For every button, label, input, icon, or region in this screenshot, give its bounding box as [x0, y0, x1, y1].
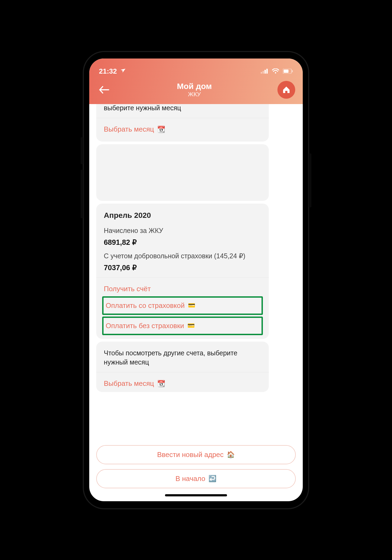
svg-rect-0: [261, 72, 262, 74]
header-title-wrap: Мой дом ЖКУ: [177, 82, 212, 98]
phone-side-button: [81, 170, 83, 218]
message-bubble: выберите нужный месяц Выбрать месяц 📆: [96, 104, 269, 142]
message-bubble: Чтобы посмотреть другие счета, выберите …: [96, 342, 269, 392]
home-indicator: [165, 494, 227, 496]
pay-without-insurance-label: Оплатить без страховки: [106, 322, 184, 330]
pay-with-insurance-button[interactable]: Оплатить со страховкой 💳: [102, 296, 263, 315]
svg-point-4: [275, 72, 276, 74]
app-screen: 21:32: [89, 59, 303, 501]
get-bill-button[interactable]: Получить счёт: [104, 283, 261, 295]
home-icon: [281, 85, 291, 95]
chat-area: выберите нужный месяц Выбрать месяц 📆 Ап…: [89, 104, 303, 440]
status-right: [261, 68, 293, 74]
calendar-icon: 📆: [157, 380, 165, 387]
select-month-button[interactable]: Выбрать месяц 📆: [104, 378, 261, 389]
card-icon: 💳: [188, 302, 195, 309]
return-icon: ↩️: [208, 475, 216, 482]
select-month-button[interactable]: Выбрать месяц 📆: [104, 123, 261, 135]
new-address-button[interactable]: Ввести новый адрес 🏠: [96, 445, 296, 464]
bill-charged-label: Начислено за ЖКУ: [104, 226, 261, 235]
new-address-label: Ввести новый адрес: [157, 451, 224, 459]
header-subtitle: ЖКУ: [177, 91, 212, 98]
phone-side-button: [309, 153, 311, 207]
back-button[interactable]: [97, 83, 111, 97]
placeholder-bubble: [96, 144, 269, 201]
svg-rect-7: [292, 70, 293, 72]
cellular-signal-icon: [261, 69, 268, 74]
bill-charged-amount: 6891,82 ₽: [104, 238, 261, 247]
divider: [96, 372, 269, 372]
pay-with-insurance-label: Оплатить со страховкой: [106, 301, 185, 310]
status-bar: 21:32: [89, 67, 303, 77]
bill-month-title: Апрель 2020: [104, 211, 261, 220]
card-icon: 💳: [187, 322, 195, 329]
tip-text: Чтобы посмотреть другие счета, выберите …: [104, 349, 261, 367]
location-arrow-icon: [119, 67, 126, 75]
footer-actions: Ввести новый адрес 🏠 В начало ↩️: [89, 440, 303, 499]
app-header: 21:32: [89, 59, 303, 104]
status-left: 21:32: [99, 67, 126, 75]
select-month-label: Выбрать месяц: [104, 125, 154, 133]
divider: [96, 277, 269, 278]
svg-rect-6: [284, 70, 288, 73]
bill-total-amount: 7037,06 ₽: [104, 263, 261, 272]
header-title: Мой дом: [177, 82, 212, 91]
home-button[interactable]: [277, 81, 295, 99]
divider: [96, 118, 269, 118]
nav-bar: Мой дом ЖКУ: [89, 77, 303, 104]
house-icon: 🏠: [227, 451, 235, 458]
tip-tail-text: выберите нужный месяц: [104, 104, 261, 113]
battery-icon: [283, 69, 293, 74]
phone-side-button: [81, 137, 83, 164]
get-bill-label: Получить счёт: [104, 285, 151, 293]
pay-without-insurance-button[interactable]: Оплатить без страховки 💳: [102, 317, 263, 335]
phone-frame: 21:32: [83, 51, 309, 509]
to-start-button[interactable]: В начало ↩️: [96, 469, 296, 488]
to-start-label: В начало: [176, 475, 205, 483]
wifi-icon: [272, 68, 279, 74]
svg-rect-1: [263, 71, 264, 74]
svg-rect-2: [264, 70, 266, 74]
status-time: 21:32: [99, 67, 117, 75]
svg-rect-3: [266, 69, 268, 74]
calendar-icon: 📆: [157, 126, 165, 133]
bill-bubble: Апрель 2020 Начислено за ЖКУ 6891,82 ₽ С…: [96, 204, 269, 339]
bill-insurance-label: С учетом добровольной страховки (145,24 …: [104, 252, 261, 261]
select-month-label: Выбрать месяц: [104, 379, 154, 388]
